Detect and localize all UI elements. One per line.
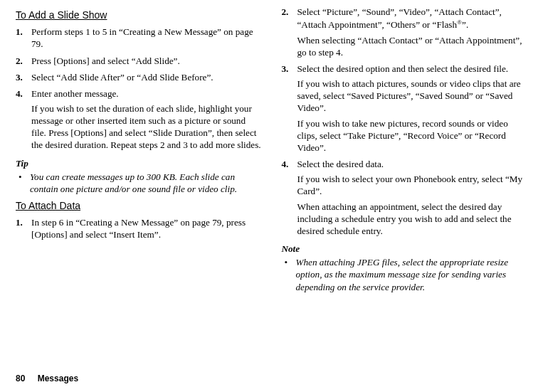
step-number: 4. <box>16 88 23 100</box>
step-item: 3. Select the desired option and then se… <box>282 63 528 154</box>
note-label: Note <box>282 243 528 255</box>
step-number: 3. <box>16 71 23 83</box>
tip-item: You can create messages up to 300 KB. Ea… <box>16 171 262 195</box>
step-extra: When attaching an appointment, select th… <box>297 201 528 237</box>
steps-add-slide: 1. Perform steps 1 to 5 in “Creating a N… <box>16 26 262 151</box>
step-extra: If you wish to attach pictures, sounds o… <box>297 78 528 114</box>
note-list: When attaching JPEG files, select the ap… <box>282 256 528 292</box>
step-text: Select “Picture”, “Sound”, “Video”, “Att… <box>297 6 528 31</box>
step-text: Perform steps 1 to 5 in “Creating a New … <box>31 26 262 50</box>
step-text: Select the desired data. <box>297 158 528 170</box>
step-number: 2. <box>16 55 23 67</box>
page-footer: 80 Messages <box>16 374 78 385</box>
step-extra: If you wish to take new pictures, record… <box>297 117 528 154</box>
tip-list: You can create messages up to 300 KB. Ea… <box>16 171 262 195</box>
registered-icon: ® <box>457 18 462 26</box>
steps-attach-data-part1: 1. In step 6 in “Creating a New Message”… <box>16 216 262 240</box>
step-text-post: ”. <box>462 20 468 31</box>
tip-label: Tip <box>16 157 262 169</box>
step-item: 2. Select “Picture”, “Sound”, “Video”, “… <box>282 6 528 58</box>
heading-add-slide-show: To Add a Slide Show <box>16 9 262 21</box>
chapter-title: Messages <box>38 374 78 383</box>
step-text: In step 6 in “Creating a New Message” on… <box>31 216 262 240</box>
step-text: Select “Add Slide After” or “Add Slide B… <box>31 71 262 83</box>
step-number: 2. <box>282 6 289 18</box>
step-extra: If you wish to set the duration of each … <box>31 102 262 152</box>
step-number: 3. <box>282 63 289 75</box>
step-number: 1. <box>16 216 23 228</box>
step-text: Enter another message. <box>31 88 262 100</box>
step-extra: When selecting “Attach Contact” or “Atta… <box>297 34 528 58</box>
note-item: When attaching JPEG files, select the ap… <box>282 256 528 292</box>
step-extra: If you wish to select your own Phonebook… <box>297 173 528 197</box>
step-item: 4. Enter another message. If you wish to… <box>16 88 262 152</box>
step-text-pre: Select “Picture”, “Sound”, “Video”, “Att… <box>297 6 502 31</box>
step-number: 4. <box>282 158 289 170</box>
page-body: To Add a Slide Show 1. Perform steps 1 t… <box>0 0 543 347</box>
page-number: 80 <box>16 374 25 383</box>
heading-attach-data: To Attach Data <box>16 199 262 212</box>
step-item: 2. Press [Options] and select “Add Slide… <box>16 55 262 67</box>
step-item: 4. Select the desired data. If you wish … <box>282 158 528 237</box>
steps-attach-data-part2: 2. Select “Picture”, “Sound”, “Video”, “… <box>282 6 528 237</box>
step-item: 3. Select “Add Slide After” or “Add Slid… <box>16 71 262 83</box>
step-number: 1. <box>16 26 23 38</box>
step-item: 1. In step 6 in “Creating a New Message”… <box>16 216 262 240</box>
step-text: Press [Options] and select “Add Slide”. <box>31 55 262 67</box>
step-text: Select the desired option and then selec… <box>297 63 528 75</box>
step-item: 1. Perform steps 1 to 5 in “Creating a N… <box>16 26 262 50</box>
